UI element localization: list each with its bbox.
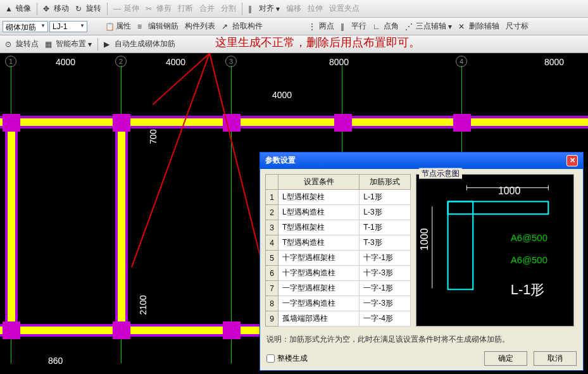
two-points-icon: ⋮ bbox=[308, 22, 317, 31]
table-row[interactable]: 8一字型遇构造柱一字-3形 bbox=[266, 296, 411, 311]
separator bbox=[242, 3, 242, 15]
smart-layout-button[interactable]: ▦智能布置 ▾ bbox=[42, 37, 94, 51]
leader-line bbox=[131, 53, 210, 268]
extend-icon: ― bbox=[113, 4, 122, 13]
reinforce-dropdown[interactable]: 砌体加筋 bbox=[3, 21, 48, 32]
spec1: A6@500 bbox=[511, 233, 547, 243]
row-num: 8 bbox=[266, 296, 278, 311]
preview-panel: 节点示意图 1000 1000 A6@500 A6@500 L-1形 bbox=[416, 174, 574, 327]
wall[interactable] bbox=[0, 116, 588, 128]
row-num: 2 bbox=[266, 205, 278, 220]
table-row[interactable]: 6十字型遇构造柱十字-3形 bbox=[266, 266, 411, 281]
row-cond: T型遇框架柱 bbox=[278, 220, 360, 235]
setgrip-button[interactable]: 设置夹点 bbox=[327, 2, 362, 15]
table-row[interactable]: 1L型遇框架柱L-1形 bbox=[266, 190, 411, 205]
row-cond: 孤墙端部遇柱 bbox=[278, 311, 360, 327]
table-row[interactable]: 5十字型遇框架柱十字-1形 bbox=[266, 251, 411, 266]
rebar-icon: ≡ bbox=[137, 22, 146, 31]
row-form: 一字-1形 bbox=[360, 281, 411, 296]
delete-aux-button[interactable]: ✕删除辅轴 bbox=[456, 20, 502, 33]
properties-button[interactable]: 📋属性 bbox=[103, 20, 134, 33]
cancel-button[interactable]: 取消 bbox=[534, 351, 577, 366]
column[interactable] bbox=[3, 321, 20, 339]
table-row[interactable]: 2L型遇构造柱L-3形 bbox=[266, 205, 411, 220]
column[interactable] bbox=[3, 114, 20, 132]
dialog-note: 说明：加筋形式允许为空，此时在满足该设置条件时将不生成砌体加筋。 bbox=[260, 332, 583, 347]
rotate-icon: ↻ bbox=[75, 4, 84, 13]
ok-button[interactable]: 确定 bbox=[484, 351, 527, 366]
close-icon[interactable]: ✕ bbox=[566, 155, 578, 166]
row-cond: L型遇框架柱 bbox=[278, 190, 360, 205]
column[interactable] bbox=[113, 114, 130, 132]
three-aux-icon: ⋰ bbox=[405, 22, 414, 31]
split-button[interactable]: 分割 bbox=[218, 2, 239, 15]
row-cond: 一字型遇构造柱 bbox=[278, 296, 360, 311]
parallel-button[interactable]: ‖平行 bbox=[338, 20, 369, 33]
corner-button[interactable]: ∟点角 bbox=[370, 20, 401, 33]
row-form: 十字-1形 bbox=[360, 251, 411, 266]
corner-icon: ∟ bbox=[373, 22, 382, 31]
dialog-title-text: 参数设置 bbox=[265, 155, 296, 166]
three-aux-button[interactable]: ⋰三点辅轴 ▾ bbox=[403, 20, 454, 33]
toolbar-2: 砌体加筋 LJ-1 📋属性 ≡编辑钢筋 构件列表 ↗拾取构件 ⋮两点 ‖平行 ∟… bbox=[0, 18, 588, 35]
rotate-point-button[interactable]: ⊙旋转点 bbox=[3, 37, 41, 51]
extend-button[interactable]: ―延伸 bbox=[111, 2, 142, 15]
delete-aux-icon: ✕ bbox=[458, 22, 467, 31]
row-cond: L型遇构造柱 bbox=[278, 205, 360, 220]
dim-1000v: 1000 bbox=[419, 228, 430, 250]
member-list-button[interactable]: 构件列表 bbox=[182, 20, 218, 33]
column[interactable] bbox=[453, 114, 471, 132]
auto-gen-button[interactable]: ▶自动生成砌体加筋 bbox=[101, 37, 178, 51]
condition-table: 设置条件 加筋形式 1L型遇框架柱L-1形2L型遇构造柱L-3形3T型遇框架柱T… bbox=[265, 174, 411, 327]
dialog-titlebar[interactable]: 参数设置 ✕ bbox=[260, 153, 583, 169]
column[interactable] bbox=[113, 321, 130, 339]
row-form: 十字-3形 bbox=[360, 266, 411, 281]
trim-button[interactable]: ✂修剪 bbox=[143, 2, 174, 15]
table-row[interactable]: 9孤墙端部遇柱一字-4形 bbox=[266, 311, 411, 327]
trim-icon: ✂ bbox=[146, 4, 154, 13]
shape-label: L-1形 bbox=[511, 282, 545, 297]
move-button[interactable]: ✥移动 bbox=[41, 2, 72, 15]
offset-button[interactable]: 偏移 bbox=[284, 2, 304, 15]
break-button[interactable]: 打断 bbox=[175, 2, 196, 15]
dim-v-2100: 2100 bbox=[138, 295, 148, 315]
table-row[interactable]: 7一字型遇框架柱一字-1形 bbox=[266, 281, 411, 296]
col-cond: 设置条件 bbox=[278, 175, 360, 190]
param-dialog: 参数设置 ✕ 设置条件 加筋形式 1L型遇框架柱L-1形2L型遇构造柱L-3形3… bbox=[260, 152, 584, 371]
whole-floor-input[interactable] bbox=[266, 354, 275, 363]
row-form: T-3形 bbox=[360, 235, 411, 251]
two-points-button[interactable]: ⋮两点 bbox=[306, 20, 337, 33]
column[interactable] bbox=[223, 321, 241, 339]
edit-rebar-button[interactable]: ≡编辑钢筋 bbox=[135, 20, 181, 33]
align-button[interactable]: ‖对齐 ▾ bbox=[246, 2, 282, 15]
wall[interactable] bbox=[115, 122, 128, 330]
row-cond: 十字型遇构造柱 bbox=[278, 266, 360, 281]
code-dropdown[interactable]: LJ-1 bbox=[49, 21, 87, 32]
row-num: 6 bbox=[266, 266, 278, 281]
pick-member-button[interactable]: ↗拾取构件 bbox=[219, 20, 265, 33]
wall[interactable] bbox=[5, 122, 18, 330]
mirror-icon: ▲ bbox=[5, 4, 14, 13]
dim-button[interactable]: 尺寸标 bbox=[503, 20, 531, 33]
row-num: 1 bbox=[266, 190, 278, 205]
leader-line bbox=[209, 53, 264, 268]
row-num: 3 bbox=[266, 220, 278, 235]
rotate-point-icon: ⊙ bbox=[5, 40, 14, 49]
dim-b-860: 860 bbox=[48, 356, 63, 366]
dim-mid: 4000 bbox=[272, 90, 292, 100]
merge-button[interactable]: 合并 bbox=[197, 2, 217, 15]
mirror-button[interactable]: ▲镜像 bbox=[3, 2, 34, 15]
table-row[interactable]: 4T型遇构造柱T-3形 bbox=[266, 235, 411, 251]
whole-floor-checkbox[interactable]: 整楼生成 bbox=[266, 353, 308, 364]
move-icon: ✥ bbox=[43, 4, 52, 13]
table-row[interactable]: 3T型遇框架柱T-1形 bbox=[266, 220, 411, 235]
separator bbox=[107, 3, 108, 15]
column[interactable] bbox=[334, 114, 352, 132]
row-num: 4 bbox=[266, 235, 278, 251]
row-form: L-1形 bbox=[360, 190, 411, 205]
row-form: L-3形 bbox=[360, 205, 411, 220]
rotate-button[interactable]: ↻旋转 bbox=[73, 2, 104, 15]
row-num: 7 bbox=[266, 281, 278, 296]
stretch-button[interactable]: 拉伸 bbox=[305, 2, 325, 15]
spec2: A6@500 bbox=[511, 255, 547, 265]
